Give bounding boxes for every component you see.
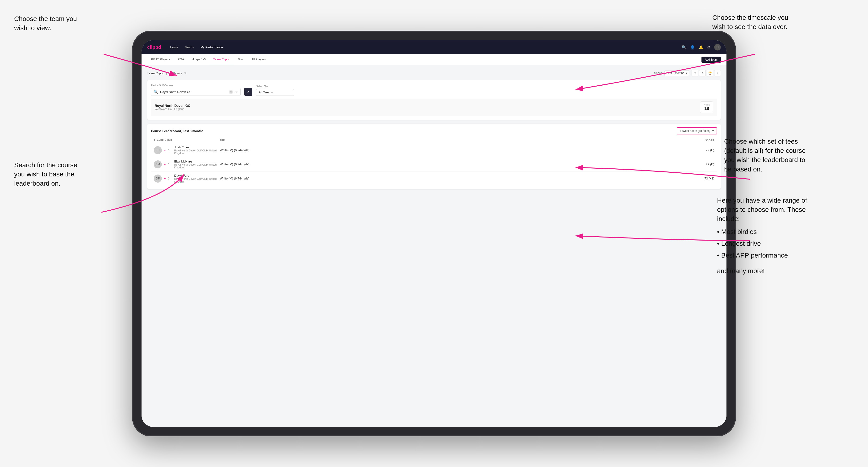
holes-label: Holes [704,103,710,106]
player-info: Blair McHarg Royal North Devon Golf Club… [174,160,220,169]
table-row: BM ♥ 1 Blair McHarg Royal North Devon Go… [151,157,717,172]
player-avatar: DF [154,175,162,183]
favorite-heart-icon[interactable]: ♥ [164,149,166,152]
list-item: Most birdies [717,226,826,238]
people-icon[interactable]: 👤 [690,45,695,50]
sub-nav: PGAT Players PGA Hcaps 1-5 Team Clippd T… [142,54,726,65]
tab-team-clippd[interactable]: Team Clippd [210,54,234,65]
favorite-icon[interactable]: ☆ [235,90,238,94]
team-name: Team Clippd [147,71,164,75]
col-player-name: PLAYER NAME [154,139,220,142]
holes-number: 18 [704,106,709,111]
tab-hcaps[interactable]: Hcaps 1-5 [188,54,210,65]
player-cell: DF ♥ 3 David Ford Royal North Devon Golf… [154,174,220,183]
player-tee: White (M) (6,744 yds) [220,162,644,166]
player-club: Royal North Devon Golf Club, United King… [174,163,220,169]
show-controls: Show: Last 3 months ▾ ⊞ ≡ 🏆 ↓ [654,70,721,76]
content-area: Team Clippd | 14 Players ✎ Show: Last 3 … [142,65,726,427]
course-field-group: Find a Golf Course 🔍 ✕ ☆ [151,84,241,96]
course-search-row: Find a Golf Course 🔍 ✕ ☆ ✓ Select Tee Al… [151,84,717,96]
navbar: clippd Home Teams My Performance 🔍 👤 🔔 ⚙… [142,40,726,54]
tee-field-label: Select Tee [256,85,294,88]
tee-select-dropdown[interactable]: All Tees ▾ [256,89,294,96]
team-count: | 14 Players [166,71,182,75]
tab-tour[interactable]: Tour [234,54,247,65]
holes-badge: Holes 18 [700,101,713,113]
navbar-right: 🔍 👤 🔔 ⚙ U [682,44,721,51]
nav-link-home[interactable]: Home [170,45,178,49]
player-info: Josh Coles Royal North Devon Golf Club, … [174,146,220,155]
edit-icon[interactable]: ✎ [184,71,187,75]
player-avatar: JC [154,146,162,154]
player-club: Royal North Devon Golf Club, United King… [174,177,220,183]
user-avatar[interactable]: U [714,44,721,51]
player-name: Blair McHarg [174,160,220,163]
leaderboard-title: Course Leaderboard, Last 3 months [151,129,204,133]
tee-value: All Tees [259,91,269,94]
team-title: Team Clippd | 14 Players ✎ [147,71,187,75]
course-result-info: Royal North Devon GC Westward Ho!, Engla… [155,104,190,111]
confirm-button[interactable]: ✓ [244,88,252,96]
grid-view-button[interactable]: ⊞ [691,70,698,76]
and-more-text: and many more! [717,266,826,276]
player-score: 73 (+1) [686,177,714,180]
leaderboard-card: Course Leaderboard, Last 3 months Lowest… [147,124,721,189]
clear-button[interactable]: ✕ [229,90,233,94]
search-icon: 🔍 [154,90,158,94]
tab-all-players[interactable]: All Players [247,54,269,65]
player-cell: JC ♥ 1 Josh Coles Royal North Devon Golf… [154,146,220,155]
annotation-top-right: Choose the timescale you wish to see the… [712,13,807,31]
list-view-button[interactable]: ≡ [699,70,706,76]
team-header: Team Clippd | 14 Players ✎ Show: Last 3 … [147,70,721,76]
course-result-location: Westward Ho!, England [155,107,190,111]
add-team-button[interactable]: Add Team [702,57,721,63]
leaderboard-header: Course Leaderboard, Last 3 months Lowest… [151,127,717,134]
player-tee: White (M) (6,744 yds) [220,148,644,152]
player-rank: 1 [168,163,172,166]
settings-icon[interactable]: ⚙ [707,45,710,50]
player-avatar: BM [154,160,162,168]
col-score: SCORE [686,139,714,142]
player-name: David Ford [174,174,220,177]
tab-pga[interactable]: PGA [174,54,188,65]
player-rank: 1 [168,149,172,152]
tablet-screen: clippd Home Teams My Performance 🔍 👤 🔔 ⚙… [142,40,726,427]
course-result-name: Royal North Devon GC [155,104,190,107]
player-name: Josh Coles [174,146,220,149]
favorite-heart-icon[interactable]: ♥ [164,177,166,180]
player-score: 72 (E) [686,148,714,152]
search-icon[interactable]: 🔍 [682,45,686,50]
player-club: Royal North Devon Golf Club, United King… [174,149,220,155]
favorite-heart-icon[interactable]: ♥ [164,163,166,166]
col-tee: TEE [220,139,644,142]
app-logo: clippd [147,44,161,50]
score-type-dropdown[interactable]: Lowest Score (18 holes) ▾ [677,127,717,134]
annotation-tees: Choose which set of tees (default is all… [724,137,826,174]
course-search-input[interactable] [160,90,227,94]
annotation-mid-left: Search for the course you wish to base t… [14,160,90,188]
player-score: 72 (E) [686,162,714,166]
options-list: Most birdies Longest drive Best APP perf… [717,226,826,261]
table-row: DF ♥ 3 David Ford Royal North Devon Golf… [151,172,717,185]
tab-pgat-players[interactable]: PGAT Players [147,54,174,65]
course-search-container: 🔍 ✕ ☆ [151,88,241,96]
score-type-chevron-icon: ▾ [712,129,714,132]
bell-icon[interactable]: 🔔 [699,45,703,50]
show-value: Last 3 months [666,71,684,75]
player-cell: BM ♥ 1 Blair McHarg Royal North Devon Go… [154,160,220,169]
player-rank: 3 [168,177,172,180]
table-row: JC ♥ 1 Josh Coles Royal North Devon Golf… [151,143,717,157]
sub-nav-right: Add Team [702,57,721,63]
view-icons: ⊞ ≡ 🏆 ↓ [691,70,721,76]
download-button[interactable]: ↓ [714,70,721,76]
show-label: Show: [654,71,662,75]
course-field-label: Find a Golf Course [151,84,241,87]
annotation-top-left: Choose the team you wish to view. [14,14,90,33]
nav-link-performance[interactable]: My Performance [200,45,223,49]
nav-link-teams[interactable]: Teams [185,45,194,49]
list-item: Best APP performance [717,250,826,261]
show-dropdown[interactable]: Last 3 months ▾ [664,70,689,76]
chevron-down-icon: ▾ [686,71,687,75]
trophy-view-button[interactable]: 🏆 [707,70,713,76]
course-result: Royal North Devon GC Westward Ho!, Engla… [151,99,717,116]
